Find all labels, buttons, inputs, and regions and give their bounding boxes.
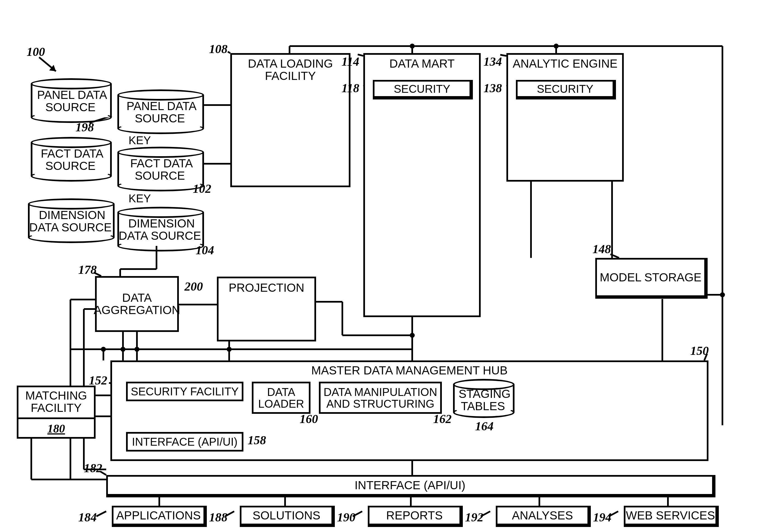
key-label-2: KEY <box>129 192 151 205</box>
box-applications: APPLICATIONS <box>112 506 207 527</box>
ref-108: 108 <box>209 42 228 56</box>
box-analyses: ANALYSES <box>496 506 591 527</box>
ref-100: 100 <box>27 45 45 59</box>
box-analytic-engine-security: SECURITY <box>516 80 616 99</box>
svg-point-43 <box>135 347 140 352</box>
svg-marker-49 <box>49 65 56 71</box>
ref-162: 162 <box>433 412 452 426</box>
box-security-facility: SECURITY FACILITY <box>126 382 243 401</box>
interface-inner-label: INTERFACE (API/UI) <box>130 435 239 448</box>
ref-148: 148 <box>592 242 611 256</box>
cyl-fact-data-source-2: FACT DATA SOURCE <box>117 152 204 186</box>
cyl-panel-data-source-1: PANEL DATA SOURCE <box>31 84 112 117</box>
cyl-dimension-data-source-2: DIMENSION DATA SOURCE <box>117 212 204 246</box>
box-model-storage: MODEL STORAGE <box>595 258 708 299</box>
svg-point-44 <box>227 347 232 352</box>
box-analytic-engine: ANALYTIC ENGINE SECURITY <box>506 53 624 182</box>
ref-190: 190 <box>337 510 355 525</box>
data-manip-label: DATA MANIPULATION AND STRUCTURING <box>322 386 439 410</box>
cyl-fact2-label: FACT DATA SOURCE <box>129 156 193 183</box>
cyl-panel-data-source-2: PANEL DATA SOURCE <box>117 95 204 129</box>
cyl-dim1-label: DIMENSION DATA SOURCE <box>29 208 113 234</box>
cyl-staging-tables: STAGING TABLES <box>453 384 515 413</box>
ref-134: 134 <box>484 54 502 69</box>
box-solutions: SOLUTIONS <box>240 506 335 527</box>
box-data-manipulation: DATA MANIPULATION AND STRUCTURING <box>319 382 442 414</box>
ref-164: 164 <box>475 419 494 433</box>
matching-180-label: 180 <box>46 422 67 435</box>
projection-label: PROJECTION <box>227 281 306 294</box>
box-web-services: WEB SERVICES <box>624 506 719 527</box>
ref-178: 178 <box>78 263 97 277</box>
data-mart-label: DATA MART <box>388 57 456 70</box>
box-projection: PROJECTION <box>217 277 316 341</box>
ae-security-label: SECURITY <box>535 83 595 95</box>
cyl-panel2-label: PANEL DATA SOURCE <box>125 99 197 126</box>
svg-point-4 <box>554 44 559 49</box>
ref-138: 138 <box>484 81 502 95</box>
ref-160: 160 <box>300 412 318 426</box>
box-interface-bar: INTERFACE (API/UI) <box>106 475 716 497</box>
web-services-label: WEB SERVICES <box>624 509 717 522</box>
svg-point-48 <box>720 292 725 297</box>
cyl-panel1-label: PANEL DATA SOURCE <box>36 88 107 114</box>
ref-118: 118 <box>342 81 359 95</box>
ref-158: 158 <box>248 433 266 447</box>
ref-114: 114 <box>342 54 359 69</box>
cyl-dimension-data-source-1: DIMENSION DATA SOURCE <box>28 204 114 238</box>
model-storage-label: MODEL STORAGE <box>598 271 703 284</box>
applications-label: APPLICATIONS <box>114 509 203 522</box>
security-facility-label: SECURITY FACILITY <box>129 385 240 398</box>
mdm-hub-label: MASTER DATA MANAGEMENT HUB <box>310 364 509 377</box>
box-data-mart-security: SECURITY <box>373 80 473 99</box>
ref-194: 194 <box>593 510 612 525</box>
box-interface-api-ui-inner: INTERFACE (API/UI) <box>126 432 243 451</box>
ref-150: 150 <box>690 344 709 358</box>
solutions-label: SOLUTIONS <box>251 509 322 522</box>
analytic-engine-label: ANALYTIC ENGINE <box>511 57 619 70</box>
reports-label: REPORTS <box>385 509 444 522</box>
svg-point-3 <box>410 44 415 49</box>
interface-bar-label: INTERFACE (API/UI) <box>353 479 467 492</box>
box-reports: REPORTS <box>368 506 463 527</box>
cyl-fact1-label: FACT DATA SOURCE <box>39 146 103 173</box>
ref-192: 192 <box>465 510 484 525</box>
svg-point-45 <box>101 347 106 352</box>
matching-facility-label: MATCHING FACILITY <box>24 389 89 415</box>
box-data-loader: DATA LOADER <box>252 382 310 414</box>
box-mdm-hub: MASTER DATA MANAGEMENT HUB SECURITY FACI… <box>110 360 709 461</box>
key-label-1: KEY <box>129 134 151 147</box>
cyl-dim2-label: DIMENSION DATA SOURCE <box>119 216 203 243</box>
ref-102: 102 <box>193 182 211 196</box>
staging-tables-label: STAGING TABLES <box>457 387 510 413</box>
ref-184: 184 <box>78 510 97 525</box>
ref-188: 188 <box>209 510 228 525</box>
cyl-fact-data-source-1: FACT DATA SOURCE <box>31 143 112 176</box>
data-aggregation-label: DATA AGGREGATION <box>92 291 182 317</box>
data-loading-label: DATA LOADING FACILITY <box>246 57 335 83</box>
svg-point-25 <box>410 333 415 338</box>
analyses-label: ANALYSES <box>510 509 575 522</box>
ref-200: 200 <box>185 279 203 294</box>
svg-point-42 <box>120 347 126 352</box>
box-data-loading-facility: DATA LOADING FACILITY <box>230 53 350 187</box>
box-matching-facility: MATCHING FACILITY 180 <box>17 386 96 439</box>
ref-152: 152 <box>89 373 107 388</box>
ref-104: 104 <box>196 243 214 257</box>
box-data-aggregation: DATA AGGREGATION <box>95 276 179 332</box>
data-loader-label: DATA LOADER <box>256 386 306 410</box>
box-data-mart: DATA MART SECURITY <box>363 53 481 317</box>
ref-198: 198 <box>76 120 94 134</box>
dm-security-label: SECURITY <box>392 83 452 95</box>
ref-182: 182 <box>84 461 102 475</box>
